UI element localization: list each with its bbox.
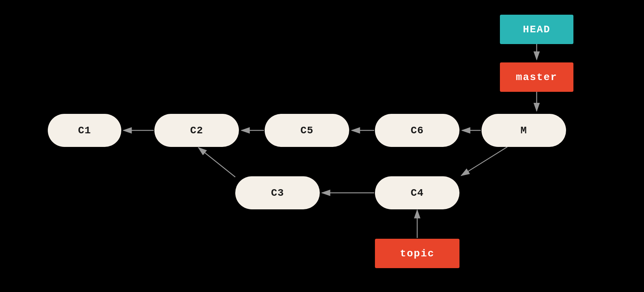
commit-C4: C4 (375, 176, 459, 209)
commit-C5: C5 (265, 114, 349, 147)
commit-M: M (482, 114, 566, 147)
svg-line-7 (461, 147, 507, 176)
commit-C1: C1 (48, 114, 121, 147)
head-label: HEAD (500, 15, 573, 44)
git-diagram: HEAD master M C6 C5 C2 C1 C4 C3 topic (0, 0, 644, 292)
svg-line-9 (198, 148, 235, 177)
topic-label: topic (375, 239, 459, 268)
master-label: master (500, 62, 573, 92)
commit-C2: C2 (154, 114, 239, 147)
commit-C3: C3 (235, 176, 320, 209)
commit-C6: C6 (375, 114, 459, 147)
